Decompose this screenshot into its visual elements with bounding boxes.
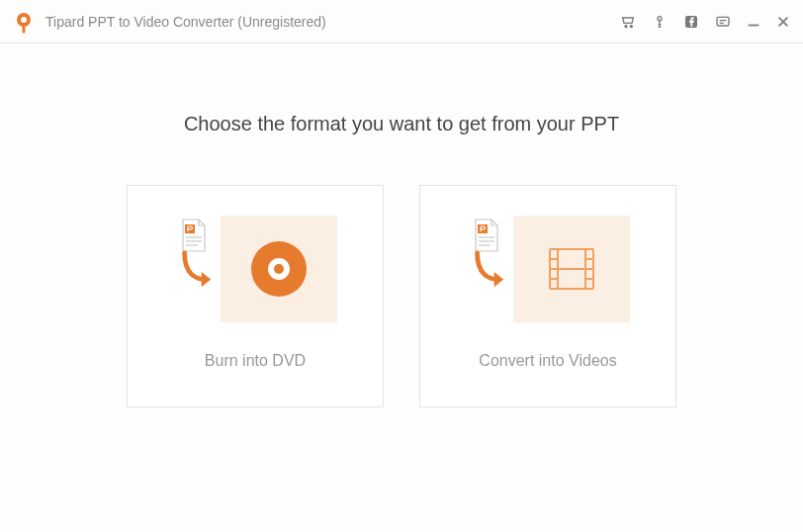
option-label: Burn into DVD	[205, 352, 306, 370]
arrow-icon	[177, 249, 215, 293]
main-content: Choose the format you want to get from y…	[0, 44, 803, 447]
app-title: Tipard PPT to Video Converter (Unregiste…	[45, 14, 619, 30]
titlebar: Tipard PPT to Video Converter (Unregiste…	[0, 0, 803, 44]
ppt-arrow-group	[173, 218, 215, 293]
svg-rect-14	[551, 260, 557, 268]
svg-rect-21	[559, 250, 584, 268]
option-graphic	[147, 216, 363, 322]
svg-point-4	[658, 16, 662, 20]
message-icon[interactable]	[714, 13, 732, 31]
option-graphic	[440, 216, 656, 322]
ppt-file-icon	[179, 218, 209, 253]
key-icon[interactable]	[651, 13, 669, 31]
svg-rect-6	[717, 17, 729, 26]
svg-rect-16	[551, 280, 557, 288]
ppt-file-icon	[472, 218, 501, 253]
svg-rect-13	[551, 250, 557, 258]
svg-point-3	[630, 25, 632, 27]
option-list: Burn into DVD	[0, 185, 803, 407]
svg-rect-20	[586, 280, 592, 288]
dvd-target-box	[221, 216, 337, 322]
svg-rect-17	[586, 250, 592, 258]
svg-rect-19	[586, 270, 592, 278]
page-heading: Choose the format you want to get from y…	[0, 113, 803, 135]
option-convert-video[interactable]: Convert into Videos	[419, 185, 676, 407]
dvd-disc-icon	[247, 237, 311, 301]
film-strip-icon	[543, 240, 600, 298]
svg-rect-15	[551, 270, 557, 278]
cart-icon[interactable]	[619, 13, 637, 31]
facebook-icon[interactable]	[682, 13, 700, 31]
option-label: Convert into Videos	[479, 352, 616, 370]
svg-rect-18	[586, 260, 592, 268]
svg-rect-22	[559, 270, 584, 288]
app-logo-icon	[12, 10, 36, 34]
svg-point-10	[274, 264, 284, 274]
svg-point-2	[625, 25, 627, 27]
svg-point-1	[21, 17, 27, 23]
option-burn-dvd[interactable]: Burn into DVD	[127, 185, 384, 407]
video-target-box	[513, 216, 630, 322]
minimize-button[interactable]	[746, 14, 761, 30]
ppt-arrow-group	[466, 218, 507, 293]
close-button[interactable]	[775, 14, 791, 30]
titlebar-actions	[619, 13, 791, 31]
arrow-icon	[470, 249, 507, 293]
